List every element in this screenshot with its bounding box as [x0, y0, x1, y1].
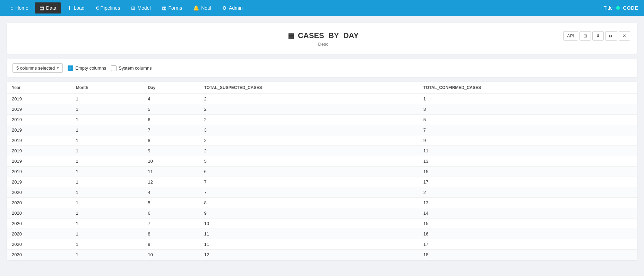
- download-button[interactable]: ⬇: [592, 31, 604, 41]
- table-cell: 5: [419, 115, 637, 125]
- table-cell: 8: [143, 229, 199, 239]
- table-row: 2019112717: [7, 177, 637, 187]
- table-cell: 1: [71, 208, 143, 219]
- table-cell: 7: [199, 187, 418, 198]
- table-cell: 2020: [7, 239, 71, 250]
- table-cell: 1: [71, 198, 143, 208]
- columns-select[interactable]: 5 columns selected ▾: [12, 63, 63, 73]
- table-cell: 7: [143, 219, 199, 229]
- table-cell: 10: [143, 156, 199, 167]
- system-columns-checkbox-group[interactable]: System columns: [111, 65, 152, 71]
- table-cell: 6: [143, 115, 199, 125]
- table-cell: 1: [71, 125, 143, 135]
- table-cell: 2019: [7, 177, 71, 187]
- table-cell: 15: [419, 219, 637, 229]
- table-row: 20191829: [7, 135, 637, 146]
- table-cell: 10: [199, 219, 418, 229]
- table-head: YearMonthDayTOTAL_SUSPECTED_CASESTOTAL_C…: [7, 82, 637, 94]
- table-cell: 2019: [7, 167, 71, 177]
- navbar: ⌂Home▤Data⬆Load⑆Pipelines⊞Model▦Forms🔔No…: [0, 0, 644, 16]
- pipelines-nav-icon: ⑆: [96, 5, 98, 11]
- table-row: 2019110513: [7, 156, 637, 167]
- load-nav-icon: ⬆: [67, 5, 71, 11]
- table-row: 2020191117: [7, 239, 637, 250]
- nav-code-label: CODE: [623, 5, 638, 11]
- system-columns-label: System columns: [119, 65, 152, 71]
- table-cell: 7: [143, 125, 199, 135]
- table-cell: 2019: [7, 156, 71, 167]
- table-cell: 1: [71, 156, 143, 167]
- table-cell: 9: [143, 146, 199, 156]
- table-cell: 11: [199, 239, 418, 250]
- table-cell: 15: [419, 167, 637, 177]
- nav-title-label: Title: [604, 5, 613, 11]
- nav-right: Title CODE: [604, 5, 638, 11]
- column-header-month: Month: [71, 82, 143, 94]
- system-columns-checkbox[interactable]: [111, 65, 117, 71]
- table-cell: 2020: [7, 187, 71, 198]
- table-cell: 2020: [7, 198, 71, 208]
- table-cell: 1: [71, 94, 143, 104]
- table-cell: 13: [419, 198, 637, 208]
- empty-columns-checkbox[interactable]: ✓: [68, 65, 73, 71]
- forms-nav-icon: ▦: [162, 5, 166, 11]
- dataset-desc: Desc: [318, 42, 328, 47]
- table-cell: 11: [143, 167, 199, 177]
- nav-item-label: Forms: [169, 5, 182, 11]
- table-cell: 1: [71, 229, 143, 239]
- table-cell: 5: [143, 104, 199, 115]
- table-cell: 17: [419, 239, 637, 250]
- data-table: YearMonthDayTOTAL_SUSPECTED_CASESTOTAL_C…: [7, 82, 637, 260]
- table-cell: 5: [199, 156, 418, 167]
- table-cell: 10: [143, 250, 199, 260]
- nav-item-load[interactable]: ⬆Load: [62, 2, 89, 14]
- nav-item-model[interactable]: ⊞Model: [126, 2, 155, 14]
- column-header-total-suspected-cases: TOTAL_SUSPECTED_CASES: [199, 82, 418, 94]
- nav-item-label: Pipelines: [101, 5, 120, 11]
- skip-button[interactable]: ⏭: [605, 31, 617, 41]
- table-cell: 16: [419, 229, 637, 239]
- table-cell: 2019: [7, 125, 71, 135]
- table-cell: 12: [143, 177, 199, 187]
- close-button[interactable]: ✕: [619, 31, 630, 41]
- table-row: 20201472: [7, 187, 637, 198]
- empty-columns-label: Empty columns: [75, 65, 106, 71]
- table-cell: 3: [419, 104, 637, 115]
- table-row: 20191523: [7, 104, 637, 115]
- card-title: ▤ CASES_BY_DAY: [288, 31, 359, 40]
- table-cell: 6: [199, 167, 418, 177]
- model-nav-icon: ⊞: [131, 5, 135, 11]
- table-cell: 18: [419, 250, 637, 260]
- filter-row: 5 columns selected ▾ ✓ Empty columns Sys…: [7, 59, 637, 77]
- column-header-year: Year: [7, 82, 71, 94]
- nav-item-admin[interactable]: ⚙Admin: [217, 2, 248, 14]
- table-row: 202016914: [7, 208, 637, 219]
- table-cell: 11: [199, 229, 418, 239]
- data-nav-icon: ▤: [40, 5, 44, 11]
- table-body: 2019142120191523201916252019173720191829…: [7, 94, 637, 260]
- nav-item-forms[interactable]: ▦Forms: [157, 2, 187, 14]
- table-cell: 2: [199, 94, 418, 104]
- table-cell: 8: [143, 135, 199, 146]
- table-cell: 5: [143, 198, 199, 208]
- table-cell: 2020: [7, 219, 71, 229]
- nav-item-pipelines[interactable]: ⑆Pipelines: [91, 2, 125, 14]
- table-cell: 7: [199, 177, 418, 187]
- table-row: 201919211: [7, 146, 637, 156]
- empty-columns-checkbox-group[interactable]: ✓ Empty columns: [68, 65, 106, 71]
- dataset-card: ▤ CASES_BY_DAY Desc API⊞⬇⏭✕: [7, 23, 637, 54]
- table-cell: 4: [143, 94, 199, 104]
- table-cell: 2: [199, 115, 418, 125]
- nav-item-home[interactable]: ⌂Home: [6, 2, 33, 14]
- dataset-name: CASES_BY_DAY: [298, 31, 359, 40]
- table-cell: 1: [419, 94, 637, 104]
- nav-item-notif[interactable]: 🔔Notif: [188, 2, 216, 14]
- main-content: ▤ CASES_BY_DAY Desc API⊞⬇⏭✕ 5 columns se…: [0, 16, 644, 267]
- table-cell: 9: [143, 239, 199, 250]
- api-button[interactable]: API: [563, 31, 578, 41]
- columns-button[interactable]: ⊞: [579, 31, 591, 41]
- table-row: 2020171015: [7, 219, 637, 229]
- table-row: 2020181116: [7, 229, 637, 239]
- nav-item-data[interactable]: ▤Data: [35, 2, 61, 14]
- table-cell: 9: [199, 208, 418, 219]
